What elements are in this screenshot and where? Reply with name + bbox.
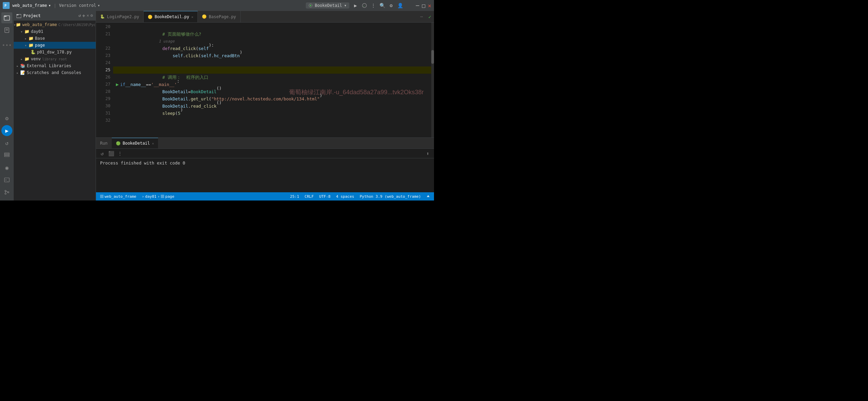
venv-extra-label: library root — [42, 57, 67, 61]
status-encoding[interactable]: UTF-8 — [318, 192, 332, 200]
svg-rect-11 — [4, 154, 9, 155]
code-line-26: # 调用： 程序的入口 — [113, 74, 431, 81]
bottom-toolbar: ↺ ⬛ ⋮ ⬆ — [96, 149, 434, 158]
svg-text:>_: >_ — [5, 179, 9, 182]
project-name-label: web_auto_frame — [12, 3, 47, 8]
tree-item-ext-libs[interactable]: ▸ 📚 External Libraries — [14, 62, 96, 69]
search-icon[interactable]: 🔍 — [379, 2, 386, 9]
status-line-ending[interactable]: CRLF — [303, 192, 315, 200]
status-interpreter[interactable]: Python 3.9 (web_auto_frame) — [358, 192, 422, 200]
tree-item-scratches[interactable]: ▸ 📝 Scratches and Consoles — [14, 69, 96, 76]
status-git-push[interactable] — [425, 192, 431, 200]
ln-32: 32 — [96, 117, 110, 124]
maximize-button[interactable]: □ — [422, 2, 425, 9]
breadcrumb-sep1: › — [142, 194, 144, 199]
bottom-tab-bar: Run 🟢 BookeDetail ✕ — [96, 138, 434, 149]
scroll-thumb[interactable] — [431, 50, 434, 64]
code-line-31: sleep(5) — [113, 110, 431, 117]
profile-icon[interactable]: 👤 — [397, 2, 403, 9]
svg-rect-13 — [4, 153, 9, 154]
status-position[interactable]: 25:1 — [289, 192, 301, 200]
project-selector[interactable]: web_auto_frame ▾ — [12, 3, 51, 8]
tree-arrow-base: ▸ — [23, 36, 28, 41]
tab-more-button[interactable]: ⋯ — [418, 14, 426, 19]
status-indent[interactable]: 4 spaces — [335, 192, 355, 200]
tab-loginpage[interactable]: 🐍 LoginPage2.py — [96, 11, 144, 22]
ln-27: 27 — [96, 81, 110, 88]
coverage-button[interactable]: ✓ — [361, 2, 368, 9]
venv-folder-icon: 📁 — [24, 56, 29, 62]
close-panel-icon[interactable]: ✕ — [87, 13, 89, 19]
tree-item-root-label: web_auto_frame — [22, 22, 57, 27]
status-project[interactable]: web_auto_frame — [99, 192, 138, 200]
editor-scrollbar[interactable] — [431, 23, 434, 137]
tab-bookedetail-label: BookeDetail.py — [155, 14, 189, 19]
sidebar-run2-icon[interactable]: ◉ — [1, 162, 12, 173]
ext-libs-icon: 📚 — [20, 63, 25, 69]
run-config-label: BookeDetail — [315, 3, 342, 8]
tree-item-day01-label: day01 — [31, 29, 43, 34]
minimize-button[interactable]: ─ — [416, 2, 419, 9]
rerun-button[interactable]: ↺ — [99, 150, 106, 157]
status-breadcrumb[interactable]: › day01 › page — [141, 192, 176, 200]
tab-bookedetail-close[interactable]: ✕ — [191, 15, 193, 19]
tree-item-p01[interactable]: 🐍 p01_dsw_178.py — [14, 49, 96, 56]
sidebar-git2-icon[interactable] — [1, 187, 12, 198]
tree-item-page[interactable]: ▾ 📁 page — [14, 42, 96, 49]
ln-25: 25 — [96, 66, 110, 74]
tree-item-root[interactable]: ▾ 📁 web_auto_frame C:\Users\86150\Pychar — [14, 21, 96, 28]
project-panel-header: Project ↺ + ✕ ⚙ — [14, 11, 96, 21]
bottom-tab-bookedetail-label: BookeDetail — [123, 141, 150, 146]
more-tool-button[interactable]: ⋮ — [117, 150, 123, 157]
run-config-selector[interactable]: BookeDetail ▾ — [306, 2, 349, 9]
status-encoding-label: UTF-8 — [319, 194, 330, 199]
editor-checkmark: ✓ — [426, 14, 434, 20]
tab-basepage[interactable]: 🟡 BasePage.py — [198, 11, 240, 22]
add-icon[interactable]: + — [82, 13, 85, 19]
project-panel-title: Project — [23, 13, 41, 18]
output-text: Process finished with exit code 0 — [100, 160, 185, 166]
sidebar-bottom-icons: ⚙ ▶ ↺ ◉ >_ — [1, 113, 12, 200]
svg-point-17 — [5, 193, 6, 194]
editor-with-scrollbar: 20 21 22 23 24 25 26 27 28 29 30 31 32 — [96, 23, 434, 137]
status-bar: web_auto_frame › day01 › page 25:1 CRLF — [96, 192, 434, 200]
sidebar-bookmarks-icon[interactable] — [1, 25, 12, 36]
sidebar-settings-icon[interactable]: ⚙ — [1, 113, 12, 124]
bottom-output: Process finished with exit code 0 — [96, 158, 434, 192]
scratches-icon: 📝 — [20, 70, 25, 75]
tree-item-venv[interactable]: ▸ 📁 venv library root — [14, 56, 96, 62]
stop-button[interactable]: ⬛ — [108, 150, 114, 157]
project-dropdown-arrow: ▾ — [48, 3, 51, 8]
ln-usage — [96, 38, 110, 45]
tree-item-base[interactable]: ▸ 📁 Base — [14, 35, 96, 42]
settings-panel-icon[interactable]: ⚙ — [91, 13, 93, 19]
sync-icon[interactable]: ↺ — [79, 13, 81, 19]
sidebar-git-icon[interactable]: ↺ — [1, 137, 12, 148]
vc-selector[interactable]: Version control ▾ — [59, 3, 100, 8]
sidebar-project-icon[interactable] — [1, 12, 12, 23]
ln-20: 20 — [96, 23, 110, 31]
svg-rect-24 — [161, 195, 164, 198]
tree-item-day01[interactable]: ▾ 📁 day01 — [14, 28, 96, 35]
run-button[interactable]: ▶ — [352, 2, 359, 9]
page-folder-icon: 📁 — [28, 42, 34, 48]
tree-item-page-label: page — [35, 43, 45, 48]
sidebar-terminal-icon[interactable]: >_ — [1, 174, 12, 185]
code-area[interactable]: # 页面能够做什么? 1 usage def read_click(self):… — [113, 23, 431, 137]
bottom-tab-run[interactable]: Run — [96, 138, 112, 148]
bottom-tab-close[interactable]: ✕ — [152, 142, 154, 145]
title-actions: ▶ ✓ ⋮ 🔍 ⚙ 👤 — [352, 2, 403, 9]
bottom-tab-bookedetail[interactable]: 🟢 BookeDetail ✕ — [112, 138, 158, 148]
tab-bookedetail[interactable]: 🟡 BookeDetail.py ✕ — [144, 11, 198, 22]
expand-button[interactable]: ⬆ — [424, 150, 431, 157]
bottom-tab-bookedetail-icon: 🟢 — [116, 141, 121, 146]
bottom-panel: Run 🟢 BookeDetail ✕ ↺ ⬛ ⋮ ⬆ — [96, 137, 434, 192]
sidebar-layers-icon[interactable] — [1, 150, 12, 161]
close-button[interactable]: ✕ — [428, 2, 431, 9]
sidebar-more-icon[interactable]: ••• — [1, 40, 12, 51]
settings-icon[interactable]: ⚙ — [388, 2, 395, 9]
editor-content[interactable]: 20 21 22 23 24 25 26 27 28 29 30 31 32 — [96, 23, 431, 137]
tree-item-ext-libs-label: External Libraries — [27, 63, 71, 68]
sidebar-run-icon[interactable]: ▶ — [1, 125, 12, 136]
more-actions-button[interactable]: ⋮ — [370, 2, 377, 9]
